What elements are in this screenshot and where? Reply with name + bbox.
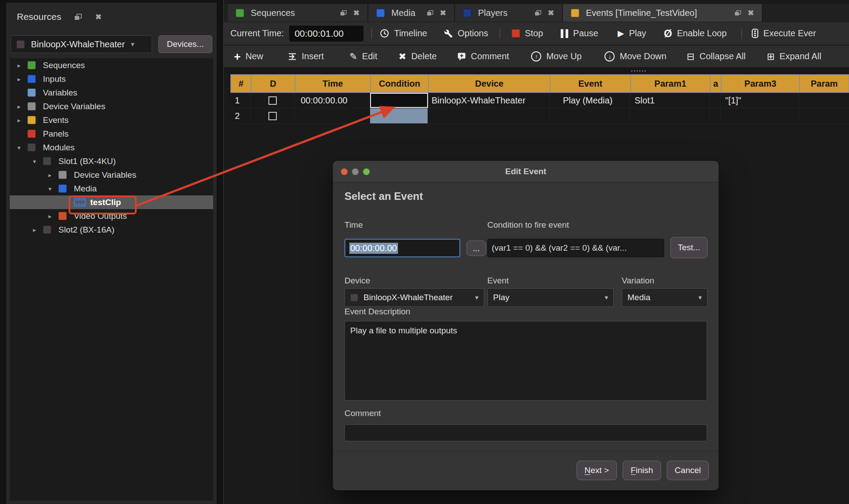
cell-param1[interactable] — [630, 108, 710, 123]
dialog-titlebar[interactable]: Edit Event — [333, 161, 719, 182]
cell-num[interactable]: 2 — [230, 108, 251, 123]
col-header-num[interactable]: # — [231, 75, 252, 92]
new-button[interactable]: + New — [234, 51, 263, 61]
chevron-right-icon[interactable]: ▸ — [31, 226, 38, 233]
chevron-right-icon[interactable]: ▸ — [16, 103, 22, 110]
cell-param3[interactable]: "[1]" — [721, 93, 799, 108]
float-panel-icon[interactable] — [74, 14, 82, 20]
col-header-event[interactable]: Event — [551, 75, 631, 92]
device-dropdown[interactable]: BinloopX-WhaleTheater ▾ — [344, 288, 484, 307]
comment-input[interactable] — [344, 424, 707, 441]
close-tab-icon[interactable]: ✖ — [353, 8, 359, 18]
cell-condition-highlighted[interactable] — [370, 108, 428, 123]
col-header-param2[interactable]: a — [711, 75, 722, 92]
comment-button[interactable]: Comment — [457, 51, 509, 61]
timeline-button[interactable]: Timeline — [380, 28, 427, 38]
finish-button[interactable]: Finish — [623, 461, 661, 480]
chevron-right-icon[interactable]: ▸ — [47, 172, 53, 179]
execute-event-button[interactable]: Execute Ever — [752, 28, 816, 38]
tree-item-device-variables[interactable]: ▸ Device Variables — [10, 99, 213, 113]
devices-button[interactable]: Devices... — [158, 35, 212, 53]
chevron-down-icon[interactable]: ▾ — [47, 185, 53, 192]
cell-event[interactable]: Play (Media) — [550, 93, 630, 108]
variation-dropdown[interactable]: Media ▾ — [622, 288, 708, 307]
cell-param3[interactable] — [721, 108, 799, 123]
close-panel-icon[interactable]: ✖ — [95, 12, 101, 22]
cell-time[interactable]: 00:00:00.00 — [294, 93, 370, 108]
chevron-right-icon[interactable]: ▸ — [16, 62, 22, 69]
col-header-param1[interactable]: Param1 — [631, 75, 711, 92]
tab-sequences[interactable]: Sequences ✖ — [228, 4, 368, 22]
cancel-button[interactable]: Cancel — [667, 461, 709, 480]
tree-item-testclip[interactable]: testClip — [10, 195, 213, 209]
pause-button[interactable]: Pause — [561, 28, 598, 38]
chevron-down-icon[interactable]: ▾ — [31, 158, 38, 165]
cell-condition-selected[interactable] — [370, 93, 428, 108]
time-input[interactable]: 00:00:00.00 — [344, 239, 460, 257]
float-tab-icon[interactable] — [427, 10, 433, 16]
collapse-all-button[interactable]: ⊟ Collapse All — [687, 51, 746, 62]
condition-input[interactable]: (var1 == 0) && (var2 == 0) && (var... — [487, 239, 664, 257]
cell-param4[interactable] — [799, 93, 849, 108]
col-header-condition[interactable]: Condition — [371, 75, 429, 92]
float-tab-icon[interactable] — [340, 10, 347, 16]
tree-item-media[interactable]: ▾ Media — [10, 182, 213, 195]
close-window-icon[interactable] — [341, 168, 348, 175]
cell-param2[interactable] — [710, 108, 721, 123]
tree-item-sequences[interactable]: ▸ Sequences — [10, 58, 213, 72]
col-header-time[interactable]: Time — [295, 75, 371, 92]
float-tab-icon[interactable] — [734, 10, 741, 16]
delete-button[interactable]: ✖ Delete — [398, 51, 436, 62]
move-down-button[interactable]: ↓ Move Down — [604, 51, 666, 61]
close-tab-icon[interactable]: ✖ — [548, 8, 554, 18]
minimize-window-icon[interactable] — [352, 168, 359, 175]
cell-time[interactable] — [294, 108, 370, 123]
col-header-param4[interactable]: Param — [800, 75, 849, 92]
stop-button[interactable]: Stop — [512, 28, 543, 38]
cell-device[interactable] — [428, 108, 550, 123]
cell-param2[interactable] — [710, 93, 721, 108]
tree-item-slot1[interactable]: ▾ Slot1 (BX-4KU) — [10, 154, 213, 168]
close-tab-icon[interactable]: ✖ — [440, 8, 446, 18]
tree-item-variables[interactable]: Variables — [10, 86, 213, 99]
cell-device[interactable]: BinloopX-WhaleTheater — [428, 93, 550, 108]
move-up-button[interactable]: ↑ Move Up — [531, 51, 581, 61]
col-header-param3[interactable]: Param3 — [722, 75, 800, 92]
tree-item-slot1-device-variables[interactable]: ▸ Device Variables — [10, 168, 213, 182]
tree-item-video-outputs[interactable]: ▸ Video Outputs — [10, 209, 213, 223]
edit-button[interactable]: ✎ Edit — [349, 51, 377, 62]
tree-item-panels[interactable]: Panels — [10, 127, 213, 141]
col-header-device[interactable]: Device — [429, 75, 551, 92]
tree-item-modules[interactable]: ▾ Modules — [10, 141, 213, 154]
time-browse-button[interactable]: ... — [467, 241, 486, 256]
play-button[interactable]: ▶ Play — [618, 28, 646, 38]
chevron-down-icon[interactable]: ▾ — [16, 144, 22, 151]
device-selector[interactable]: BinloopX-WhaleTheater ▾ — [11, 35, 152, 53]
tab-players[interactable]: Players ✖ — [455, 4, 563, 22]
expand-all-button[interactable]: ⊞ Expand All — [767, 51, 821, 62]
drag-handle-dots[interactable] — [631, 70, 646, 72]
cell-param4[interactable] — [799, 108, 849, 123]
row-checkbox[interactable] — [268, 112, 277, 120]
row-checkbox[interactable] — [268, 96, 277, 105]
chevron-right-icon[interactable]: ▸ — [16, 76, 22, 83]
chevron-right-icon[interactable]: ▸ — [16, 117, 22, 124]
cell-num[interactable]: 1 — [230, 93, 251, 108]
float-tab-icon[interactable] — [535, 10, 541, 16]
enable-loop-button[interactable]: Ø Enable Loop — [664, 27, 727, 40]
zoom-window-icon[interactable] — [363, 168, 370, 175]
cell-param1[interactable]: Slot1 — [630, 93, 710, 108]
chevron-right-icon[interactable]: ▸ — [47, 213, 53, 220]
test-button[interactable]: Test... — [670, 237, 708, 258]
insert-button[interactable]: Insert — [288, 51, 324, 61]
next-button[interactable]: Next > — [577, 461, 617, 480]
options-button[interactable]: Options — [444, 28, 488, 38]
tree-item-events[interactable]: ▸ Events — [10, 113, 213, 127]
tab-media[interactable]: Media ✖ — [368, 4, 455, 22]
close-tab-icon[interactable]: ✖ — [748, 8, 754, 18]
cell-event[interactable] — [550, 108, 630, 123]
tab-events-timeline[interactable]: Events [Timeline_TestVideo] ✖ — [563, 4, 763, 22]
col-header-d[interactable]: D — [252, 75, 295, 92]
tree-item-inputs[interactable]: ▸ Inputs — [10, 72, 213, 86]
current-time-field[interactable]: 00:00:01.00 — [289, 26, 363, 42]
